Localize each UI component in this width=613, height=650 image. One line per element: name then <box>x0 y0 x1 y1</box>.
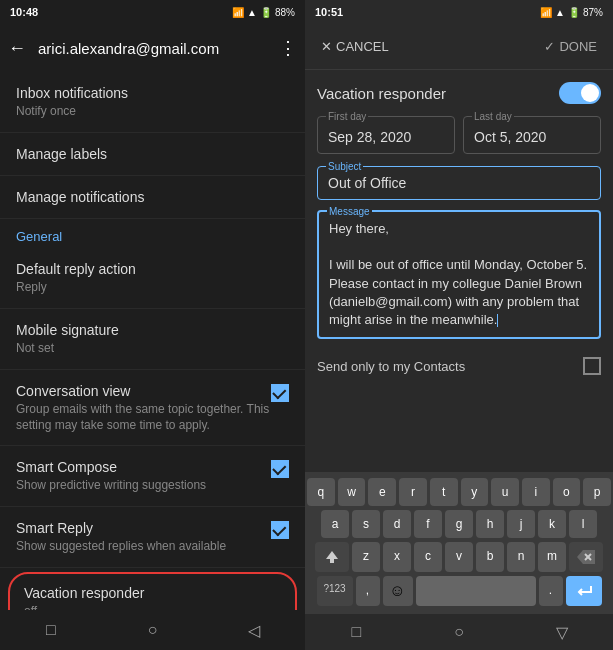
comma-key[interactable]: , <box>356 576 380 606</box>
right-time: 10:51 <box>315 6 343 18</box>
key-a[interactable]: a <box>321 510 349 538</box>
mobile-signature-subtitle: Not set <box>16 341 289 357</box>
key-i[interactable]: i <box>522 478 550 506</box>
message-value: Hey there, I will be out of office until… <box>329 220 589 329</box>
key-v[interactable]: v <box>445 542 473 572</box>
key-w[interactable]: w <box>338 478 366 506</box>
key-l[interactable]: l <box>569 510 597 538</box>
key-j[interactable]: j <box>507 510 535 538</box>
subject-label: Subject <box>326 161 363 172</box>
key-u[interactable]: u <box>491 478 519 506</box>
first-day-field[interactable]: First day Sep 28, 2020 <box>317 116 455 154</box>
keyboard-row2: a s d f g h j k l <box>307 510 611 538</box>
key-b[interactable]: b <box>476 542 504 572</box>
battery-icon: 🔋 <box>260 7 272 18</box>
key-d[interactable]: d <box>383 510 411 538</box>
conversation-view-subtitle: Group emails with the same topic togethe… <box>16 402 271 433</box>
key-x[interactable]: x <box>383 542 411 572</box>
smart-compose-checkbox[interactable] <box>271 460 289 478</box>
signal-icon: 📶 <box>232 7 244 18</box>
key-m[interactable]: m <box>538 542 566 572</box>
smart-compose-item[interactable]: Smart Compose Show predictive writing su… <box>0 446 305 507</box>
left-status-icons: 📶 ▲ 🔋 📱 ✉ 📶 🔋 88% 88% <box>232 7 295 18</box>
shift-key[interactable] <box>315 542 349 572</box>
subject-field[interactable]: Subject Out of Office <box>317 166 601 200</box>
contacts-checkbox[interactable] <box>583 357 601 375</box>
key-n[interactable]: n <box>507 542 535 572</box>
last-day-value: Oct 5, 2020 <box>474 125 590 145</box>
smart-reply-item[interactable]: Smart Reply Show suggested replies when … <box>0 507 305 568</box>
key-o[interactable]: o <box>553 478 581 506</box>
cancel-button[interactable]: ✕ CANCEL <box>321 39 389 54</box>
more-button[interactable]: ⋮ <box>279 37 297 59</box>
left-status-bar: 10:48 📶 ▲ 🔋 📱 ✉ 📶 🔋 88% 88% <box>0 0 305 24</box>
left-top-bar: ← arici.alexandra@gmail.com ⋮ <box>0 24 305 72</box>
done-label: DONE <box>559 39 597 54</box>
smart-reply-checkbox[interactable] <box>271 521 289 539</box>
emoji-key[interactable]: ☺ <box>383 576 413 606</box>
signal-icon-right: 📶 <box>540 7 552 18</box>
subject-value: Out of Office <box>328 175 590 191</box>
key-h[interactable]: h <box>476 510 504 538</box>
key-e[interactable]: e <box>368 478 396 506</box>
manage-labels-title: Manage labels <box>16 145 289 163</box>
enter-key[interactable] <box>566 576 602 606</box>
battery-pct-right: 87% <box>583 7 603 18</box>
key-f[interactable]: f <box>414 510 442 538</box>
space-key[interactable] <box>416 576 536 606</box>
key-y[interactable]: y <box>461 478 489 506</box>
smart-compose-subtitle: Show predictive writing suggestions <box>16 478 271 494</box>
vacation-responder-title: Vacation responder <box>24 584 281 602</box>
inbox-notifications-title: Inbox notifications <box>16 84 289 102</box>
key-r[interactable]: r <box>399 478 427 506</box>
right-nav-bar: □ ○ ▽ <box>305 614 613 650</box>
dialog-content: Vacation responder First day Sep 28, 202… <box>305 70 613 472</box>
right-status-icons: 📶 ▲ 🔋 87% <box>540 7 603 18</box>
key-g[interactable]: g <box>445 510 473 538</box>
manage-notifications-item[interactable]: Manage notifications <box>0 176 305 219</box>
done-icon: ✓ <box>544 39 555 54</box>
key-c[interactable]: c <box>414 542 442 572</box>
nav-square-right[interactable]: □ <box>341 617 371 647</box>
cancel-icon: ✕ <box>321 39 332 54</box>
nav-triangle-right[interactable]: ▽ <box>547 617 577 647</box>
key-z[interactable]: z <box>352 542 380 572</box>
vacation-toggle[interactable] <box>559 82 601 104</box>
inbox-notifications-item[interactable]: Inbox notifications Notify once <box>0 72 305 133</box>
date-row: First day Sep 28, 2020 Last day Oct 5, 2… <box>317 116 601 154</box>
contacts-row: Send only to my Contacts <box>317 349 601 383</box>
key-k[interactable]: k <box>538 510 566 538</box>
battery-text: 88% <box>275 7 295 18</box>
vacation-title: Vacation responder <box>317 85 446 102</box>
key-q[interactable]: q <box>307 478 335 506</box>
general-section-label: General <box>0 219 305 248</box>
message-field[interactable]: Message Hey there, I will be out of offi… <box>317 210 601 339</box>
nav-circle-button[interactable]: ○ <box>137 615 167 645</box>
manage-labels-item[interactable]: Manage labels <box>0 133 305 176</box>
done-button[interactable]: ✓ DONE <box>544 39 597 54</box>
conversation-view-checkbox[interactable] <box>271 384 289 402</box>
nav-triangle-button[interactable]: ◁ <box>239 615 269 645</box>
nav-square-button[interactable]: □ <box>36 615 66 645</box>
conversation-view-item[interactable]: Conversation view Group emails with the … <box>0 370 305 446</box>
last-day-field[interactable]: Last day Oct 5, 2020 <box>463 116 601 154</box>
dialog-header: ✕ CANCEL ✓ DONE <box>305 24 613 70</box>
key-p[interactable]: p <box>583 478 611 506</box>
default-reply-item[interactable]: Default reply action Reply <box>0 248 305 309</box>
nav-circle-right[interactable]: ○ <box>444 617 474 647</box>
key-t[interactable]: t <box>430 478 458 506</box>
svg-marker-1 <box>577 550 595 564</box>
left-panel: 10:48 📶 ▲ 🔋 📱 ✉ 📶 🔋 88% 88% ← arici.alex… <box>0 0 305 650</box>
smart-reply-title: Smart Reply <box>16 519 271 537</box>
period-key[interactable]: . <box>539 576 563 606</box>
delete-key[interactable] <box>569 542 603 572</box>
num-key[interactable]: ?123 <box>317 576 353 606</box>
mobile-signature-item[interactable]: Mobile signature Not set <box>0 309 305 370</box>
default-reply-subtitle: Reply <box>16 280 289 296</box>
vacation-responder-item[interactable]: Vacation responder off <box>8 572 297 610</box>
wifi-icon-right: ▲ <box>555 7 565 18</box>
right-status-bar: 10:51 📶 ▲ 🔋 87% <box>305 0 613 24</box>
account-title: arici.alexandra@gmail.com <box>38 40 267 57</box>
back-button[interactable]: ← <box>8 38 26 59</box>
key-s[interactable]: s <box>352 510 380 538</box>
